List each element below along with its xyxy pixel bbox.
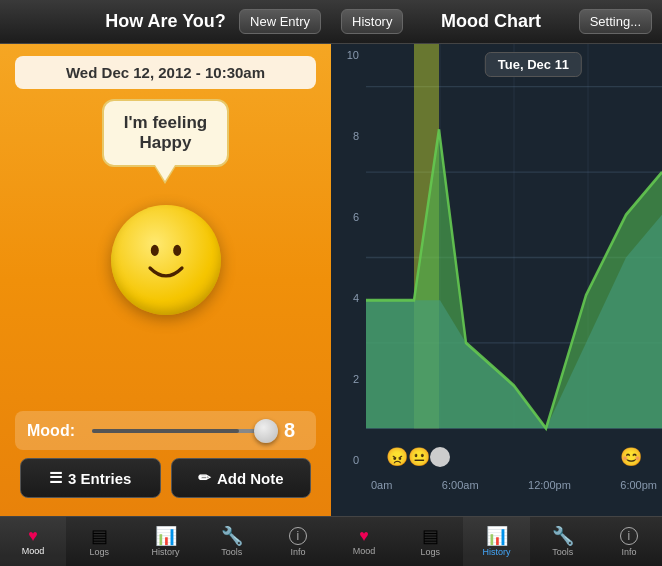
right-tab-info[interactable]: i Info bbox=[596, 517, 662, 566]
slider-thumb bbox=[254, 419, 278, 443]
right-tab-mood[interactable]: ♥ Mood bbox=[331, 517, 397, 566]
emoji-marker-2: 😐 bbox=[408, 446, 430, 468]
left-panel: How Are You? New Entry Wed Dec 12, 2012 … bbox=[0, 0, 331, 566]
x-label-0: 0am bbox=[371, 479, 392, 491]
right-heart-icon: ♥ bbox=[359, 528, 369, 544]
info-icon: i bbox=[289, 527, 307, 545]
right-tab-history[interactable]: 📊 History bbox=[463, 517, 529, 566]
add-note-button[interactable]: ✏ Add Note bbox=[171, 458, 312, 498]
mood-row: Mood: 8 bbox=[15, 411, 316, 450]
y-label-4: 4 bbox=[331, 292, 363, 304]
right-tab-logs-label: Logs bbox=[421, 547, 441, 557]
chart-svg-container: Tue, Dec 11 bbox=[366, 44, 662, 471]
main-content: Wed Dec 12, 2012 - 10:30am I'm feeling H… bbox=[0, 44, 331, 516]
entries-button[interactable]: ☰ 3 Entries bbox=[20, 458, 161, 498]
mood-chart-svg bbox=[366, 44, 662, 471]
history-back-button[interactable]: History bbox=[341, 9, 403, 34]
y-label-8: 8 bbox=[331, 130, 363, 142]
add-note-label: Add Note bbox=[217, 470, 284, 487]
right-info-icon: i bbox=[620, 527, 638, 545]
feeling-line1: I'm feeling bbox=[124, 113, 207, 132]
page-title: How Are You? bbox=[105, 11, 226, 32]
y-label-6: 6 bbox=[331, 211, 363, 223]
tab-logs-label: Logs bbox=[90, 547, 110, 557]
x-axis-labels: 0am 6:00am 12:00pm 6:00pm bbox=[366, 479, 662, 491]
tab-mood-label: Mood bbox=[22, 546, 45, 556]
mood-label: Mood: bbox=[27, 422, 82, 440]
x-label-6pm: 6:00pm bbox=[620, 479, 657, 491]
slider-fill bbox=[92, 429, 239, 433]
y-label-0: 0 bbox=[331, 454, 363, 466]
right-tab-logs[interactable]: ▤ Logs bbox=[397, 517, 463, 566]
y-label-10: 10 bbox=[331, 49, 363, 61]
right-tab-history-label: History bbox=[483, 547, 511, 557]
tab-mood[interactable]: ♥ Mood bbox=[0, 517, 66, 566]
feeling-bubble: I'm feeling Happy bbox=[102, 99, 229, 167]
mood-slider[interactable] bbox=[92, 429, 276, 433]
settings-button[interactable]: Setting... bbox=[579, 9, 652, 34]
entries-label: 3 Entries bbox=[68, 470, 131, 487]
right-tab-bar: ♥ Mood ▤ Logs 📊 History 🔧 Tools i Info bbox=[331, 516, 662, 566]
emoji-marker-1: 😠 bbox=[386, 446, 408, 468]
x-label-6am: 6:00am bbox=[442, 479, 479, 491]
tab-info-label: Info bbox=[290, 547, 305, 557]
emoji-marker-3 bbox=[430, 447, 450, 467]
chart-area: 0 2 4 6 8 10 bbox=[331, 44, 662, 516]
new-entry-button[interactable]: New Entry bbox=[239, 9, 321, 34]
action-buttons: ☰ 3 Entries ✏ Add Note bbox=[15, 458, 316, 498]
logs-icon: ▤ bbox=[91, 527, 108, 545]
left-header: How Are You? New Entry bbox=[0, 0, 331, 44]
left-tab-bar: ♥ Mood ▤ Logs 📊 History 🔧 Tools i Info bbox=[0, 516, 331, 566]
right-history-icon: 📊 bbox=[486, 527, 508, 545]
svg-point-0 bbox=[150, 245, 158, 256]
right-panel: History Mood Chart Setting... 0 2 4 6 8 … bbox=[331, 0, 662, 566]
tab-logs[interactable]: ▤ Logs bbox=[66, 517, 132, 566]
tab-history-label: History bbox=[152, 547, 180, 557]
right-tab-mood-label: Mood bbox=[353, 546, 376, 556]
smiley-face-svg bbox=[126, 220, 206, 300]
right-tab-tools[interactable]: 🔧 Tools bbox=[530, 517, 596, 566]
heart-icon: ♥ bbox=[28, 528, 38, 544]
mood-value: 8 bbox=[284, 419, 304, 442]
pencil-icon: ✏ bbox=[198, 469, 211, 487]
tab-tools[interactable]: 🔧 Tools bbox=[199, 517, 265, 566]
chart-title: Mood Chart bbox=[441, 11, 541, 32]
x-label-12pm: 12:00pm bbox=[528, 479, 571, 491]
entries-icon: ☰ bbox=[49, 469, 62, 487]
history-icon: 📊 bbox=[155, 527, 177, 545]
mood-emoji bbox=[111, 205, 221, 315]
tools-icon: 🔧 bbox=[221, 527, 243, 545]
y-axis-labels: 0 2 4 6 8 10 bbox=[331, 44, 363, 471]
right-tools-icon: 🔧 bbox=[552, 527, 574, 545]
tab-history[interactable]: 📊 History bbox=[132, 517, 198, 566]
y-label-2: 2 bbox=[331, 373, 363, 385]
tab-info[interactable]: i Info bbox=[265, 517, 331, 566]
feeling-line2: Happy bbox=[140, 133, 192, 152]
date-tooltip: Tue, Dec 11 bbox=[485, 52, 582, 77]
tab-tools-label: Tools bbox=[221, 547, 242, 557]
svg-point-1 bbox=[173, 245, 181, 256]
date-display: Wed Dec 12, 2012 - 10:30am bbox=[15, 56, 316, 89]
right-tab-tools-label: Tools bbox=[552, 547, 573, 557]
right-header: History Mood Chart Setting... bbox=[331, 0, 662, 44]
right-tab-info-label: Info bbox=[621, 547, 636, 557]
emoji-marker-4: 😊 bbox=[620, 446, 642, 468]
emoji-markers: 😠 😐 😊 bbox=[366, 446, 662, 468]
right-logs-icon: ▤ bbox=[422, 527, 439, 545]
